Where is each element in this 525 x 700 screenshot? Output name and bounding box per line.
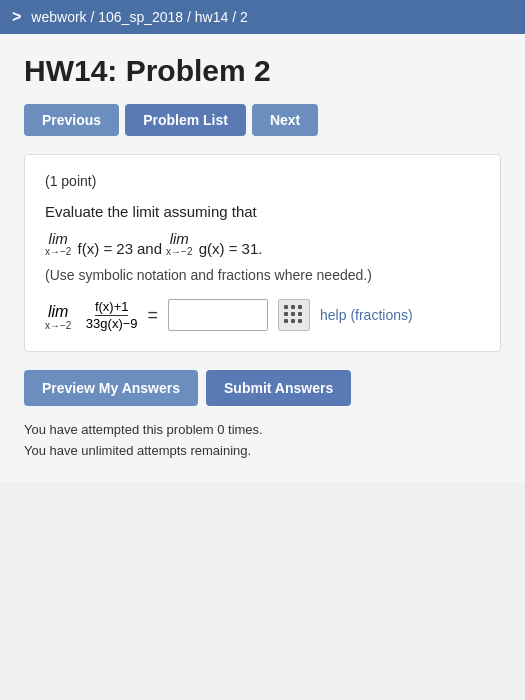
main-content: HW14: Problem 2 Previous Problem List Ne… — [0, 34, 525, 482]
fraction-numerator: f(x)+1 — [95, 299, 129, 316]
limit2-expr: g(x) = 31. — [199, 240, 263, 257]
lim2-word: lim — [170, 230, 189, 247]
lim1-sub: x→−2 — [45, 247, 71, 257]
fraction-denominator: 33g(x)−9 — [86, 316, 138, 331]
lim-label-container: lim x→−2 — [45, 303, 71, 331]
lim1-word: lim — [49, 230, 68, 247]
lim2-sub: x→−2 — [166, 247, 192, 257]
bottom-buttons: Preview My Answers Submit Answers — [24, 370, 501, 406]
lim1-container: lim x→−2 — [45, 230, 71, 257]
breadcrumb: webwork / 106_sp_2018 / hw14 / 2 — [31, 9, 247, 25]
intro-text: Evaluate the limit assuming that — [45, 203, 480, 220]
lim2-container: lim x→−2 — [166, 230, 192, 257]
limit-and: and — [137, 240, 162, 257]
equals-sign: = — [148, 305, 159, 326]
points-label: (1 point) — [45, 173, 480, 189]
submit-button[interactable]: Submit Answers — [206, 370, 351, 406]
limit1-expr: f(x) = 23 — [78, 240, 133, 257]
previous-button[interactable]: Previous — [24, 104, 119, 136]
help-fractions-link[interactable]: help (fractions) — [320, 307, 413, 323]
attempt-info: You have attempted this problem 0 times.… — [24, 420, 501, 462]
answer-row: lim x→−2 f(x)+1 33g(x)−9 = help (fract — [45, 299, 480, 331]
page-title: HW14: Problem 2 — [24, 54, 501, 88]
attempt-line2: You have unlimited attempts remaining. — [24, 441, 501, 462]
grid-dots-icon — [284, 305, 304, 325]
notation-note: (Use symbolic notation and fractions whe… — [45, 267, 480, 283]
lim-fraction: lim x→−2 f(x)+1 33g(x)−9 — [45, 299, 138, 331]
grid-icon-button[interactable] — [278, 299, 310, 331]
lim-answer-sub: x→−2 — [45, 321, 71, 331]
limit2-block: lim x→−2 g(x) = 31. — [166, 230, 262, 257]
limit-statement: lim x→−2 f(x) = 23 and lim x→−2 g(x) = 3… — [45, 230, 480, 257]
fraction-expression: f(x)+1 33g(x)−9 — [86, 299, 138, 331]
problem-box: (1 point) Evaluate the limit assuming th… — [24, 154, 501, 352]
next-button[interactable]: Next — [252, 104, 318, 136]
problem-list-button[interactable]: Problem List — [125, 104, 246, 136]
answer-input[interactable] — [168, 299, 268, 331]
top-bar: > webwork / 106_sp_2018 / hw14 / 2 — [0, 0, 525, 34]
attempt-line1: You have attempted this problem 0 times. — [24, 420, 501, 441]
back-chevron-icon[interactable]: > — [12, 8, 21, 26]
limit1-block: lim x→−2 f(x) = 23 — [45, 230, 133, 257]
nav-buttons: Previous Problem List Next — [24, 104, 501, 136]
preview-button[interactable]: Preview My Answers — [24, 370, 198, 406]
lim-label: lim — [48, 303, 68, 321]
